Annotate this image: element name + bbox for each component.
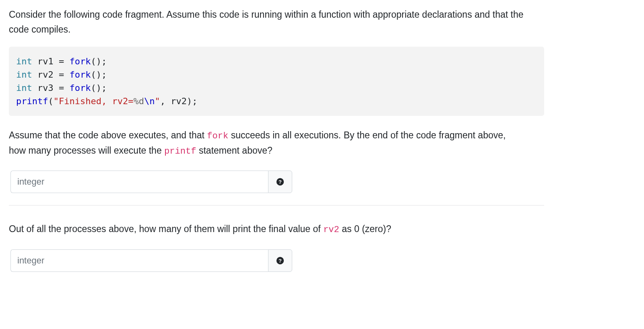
code-tail-3: (); — [91, 83, 107, 93]
question-2-text: Out of all the processes above, how many… — [9, 222, 524, 237]
q2-pre: Out of all the processes above, how many… — [9, 224, 323, 234]
question-page: Consider the following code fragment. As… — [0, 0, 644, 329]
code-pre: int rv1 = fork(); int rv2 = fork(); int … — [16, 55, 537, 108]
code-type-1: int — [16, 56, 32, 66]
code-type-3: int — [16, 83, 32, 93]
answer-input-1[interactable] — [10, 171, 268, 193]
code-func-2: fork — [69, 70, 91, 80]
answer-row-2: ? — [10, 249, 637, 272]
svg-text:?: ? — [279, 179, 282, 185]
help-button-2[interactable]: ? — [268, 249, 292, 272]
answer-input-2[interactable] — [10, 249, 268, 272]
code-str-esc: \n — [144, 96, 155, 106]
section-divider — [9, 205, 544, 206]
code-type-2: int — [16, 70, 32, 80]
answer-row-1: ? — [10, 171, 637, 193]
q2-post: as 0 (zero)? — [339, 224, 391, 234]
code-str-pct: %d — [133, 96, 144, 106]
code-printf-open: ( — [48, 96, 53, 106]
code-tail-1: (); — [91, 56, 107, 66]
code-str-a: "Finished, rv2= — [54, 96, 134, 106]
question-circle-icon: ? — [276, 256, 285, 265]
help-button-1[interactable]: ? — [268, 171, 292, 193]
code-printf-func: printf — [16, 96, 48, 106]
code-body-2: rv2 = — [32, 70, 70, 80]
q1-post: statement above? — [196, 145, 272, 156]
code-block: int rv1 = fork(); int rv2 = fork(); int … — [9, 47, 544, 116]
q2-code-rv2: rv2 — [323, 225, 339, 235]
code-body-1: rv1 = — [32, 56, 70, 66]
code-printf-tail: , rv2); — [160, 96, 198, 106]
q1-code-fork: fork — [207, 131, 228, 141]
code-tail-2: (); — [91, 70, 107, 80]
q1-code-printf: printf — [164, 146, 196, 156]
question-circle-icon: ? — [276, 177, 285, 186]
intro-text: Consider the following code fragment. As… — [9, 7, 524, 37]
code-func-1: fork — [69, 56, 91, 66]
question-1-text: Assume that the code above executes, and… — [9, 128, 524, 159]
svg-text:?: ? — [279, 257, 282, 263]
code-body-3: rv3 = — [32, 83, 70, 93]
q1-pre: Assume that the code above executes, and… — [9, 130, 207, 140]
code-str-b: " — [155, 96, 160, 106]
code-func-3: fork — [69, 83, 91, 93]
